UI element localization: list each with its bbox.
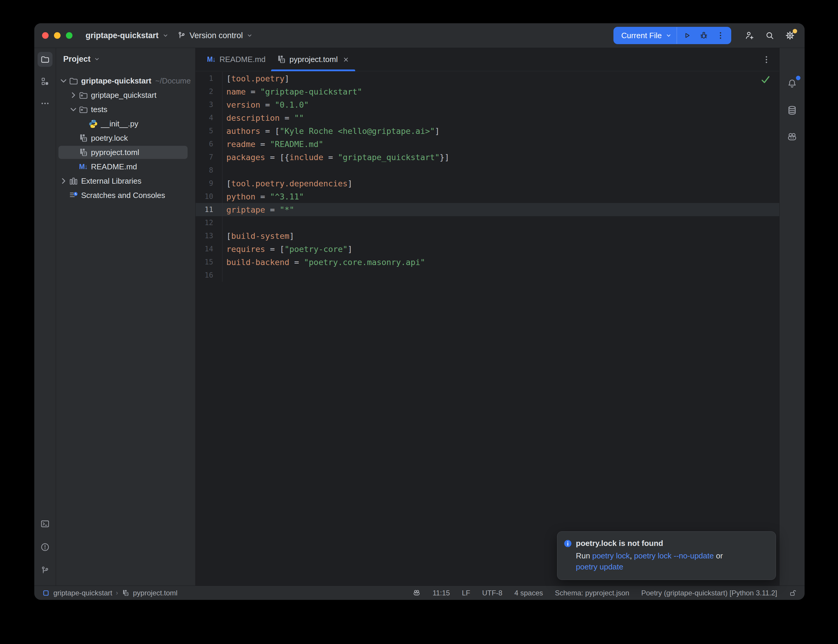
- chevron-down-icon[interactable]: [68, 104, 79, 115]
- tree-row--init-py[interactable]: __init__.py: [56, 117, 196, 131]
- code-line-text[interactable]: readme = "README.md": [222, 138, 323, 151]
- debug-button[interactable]: [695, 27, 712, 44]
- poetry-lock-no-update-link[interactable]: poetry lock --no-update: [634, 551, 714, 560]
- code-line-9[interactable]: 9[tool.poetry.dependencies]: [196, 177, 779, 190]
- code-line-text[interactable]: [222, 164, 226, 177]
- run-config-selector[interactable]: Current File: [621, 31, 662, 40]
- time-widget[interactable]: 11:15: [432, 589, 450, 597]
- database-button[interactable]: [785, 103, 800, 118]
- tree-row-scratches-and-consoles[interactable]: Scratches and Consoles: [56, 188, 196, 202]
- code-line-1[interactable]: 1[tool.poetry]: [196, 72, 779, 85]
- tab-pyproject-toml[interactable]: [T]pyproject.toml: [271, 48, 355, 71]
- close-icon[interactable]: [342, 56, 350, 64]
- code-line-text[interactable]: requires = ["poetry-core"]: [222, 242, 353, 256]
- code-line-12[interactable]: 12: [196, 216, 779, 229]
- tree-row-tests[interactable]: tests: [56, 102, 196, 117]
- line-number[interactable]: 1: [196, 72, 222, 85]
- minimize-window-button[interactable]: [54, 32, 61, 39]
- settings-button[interactable]: [784, 29, 796, 42]
- code-line-14[interactable]: 14requires = ["poetry-core"]: [196, 242, 779, 256]
- tree-row-pyproject-toml[interactable]: [T]pyproject.toml: [56, 145, 196, 159]
- add-user-button[interactable]: [743, 29, 756, 42]
- code-line-text[interactable]: [tool.poetry]: [222, 72, 289, 85]
- code-line-4[interactable]: 4description = "": [196, 111, 779, 124]
- close-window-button[interactable]: [42, 32, 49, 39]
- code-line-text[interactable]: python = "^3.11": [222, 190, 304, 203]
- line-number[interactable]: 6: [196, 138, 222, 151]
- code-line-text[interactable]: build-backend = "poetry.core.masonry.api…: [222, 256, 425, 269]
- line-number[interactable]: 9: [196, 177, 222, 190]
- encoding-widget[interactable]: UTF-8: [482, 589, 503, 597]
- indent-widget[interactable]: 4 spaces: [514, 589, 543, 597]
- interpreter-widget[interactable]: Poetry (griptape-quickstart) [Python 3.1…: [641, 589, 777, 597]
- code-line-8[interactable]: 8: [196, 164, 779, 177]
- search-everywhere-button[interactable]: [764, 29, 776, 42]
- chevron-down-icon[interactable]: [665, 32, 672, 39]
- code-line-text[interactable]: name = "griptape-quickstart": [222, 85, 362, 98]
- tree-row-griptape-quickstart[interactable]: griptape_quickstart: [56, 88, 196, 102]
- code-line-text[interactable]: authors = ["Kyle Roche <hello@griptape.a…: [222, 124, 440, 138]
- notifications-button[interactable]: [785, 76, 800, 91]
- version-control-button[interactable]: [38, 563, 53, 578]
- line-number[interactable]: 8: [196, 164, 222, 177]
- line-number[interactable]: 10: [196, 190, 222, 203]
- code-line-16[interactable]: 16: [196, 269, 779, 282]
- chevron-right-icon[interactable]: [68, 90, 79, 100]
- line-number[interactable]: 15: [196, 256, 222, 269]
- poetry-lock-link[interactable]: poetry lock: [592, 551, 630, 560]
- line-number[interactable]: 2: [196, 85, 222, 98]
- line-number[interactable]: 5: [196, 124, 222, 138]
- code-line-text[interactable]: description = "": [222, 111, 304, 124]
- tree-row-external-libraries[interactable]: External Libraries: [56, 174, 196, 188]
- breadcrumb-project[interactable]: griptape-quickstart: [53, 589, 112, 597]
- tree-row-griptape-quickstart[interactable]: griptape-quickstart~/Docume: [56, 74, 196, 88]
- tree-row-readme-md[interactable]: M↓README.md: [56, 159, 196, 174]
- project-view-button[interactable]: [38, 52, 53, 67]
- line-number[interactable]: 13: [196, 229, 222, 242]
- code-line-11[interactable]: 11griptape = "*": [196, 203, 779, 216]
- code-line-3[interactable]: 3version = "0.1.0": [196, 98, 779, 111]
- more-tool-windows-button[interactable]: [38, 96, 53, 111]
- line-number[interactable]: 11: [196, 203, 222, 216]
- problems-button[interactable]: [38, 540, 53, 555]
- ai-assistant-button[interactable]: [785, 130, 800, 145]
- tab-readme-md[interactable]: M↓README.md: [201, 48, 271, 71]
- zoom-window-button[interactable]: [66, 32, 72, 39]
- schema-widget[interactable]: Schema: pyproject.json: [555, 589, 629, 597]
- line-number[interactable]: 14: [196, 242, 222, 256]
- chevron-down-icon[interactable]: [58, 76, 69, 86]
- code-line-text[interactable]: griptape = "*": [222, 203, 294, 216]
- code-line-13[interactable]: 13[build-system]: [196, 229, 779, 242]
- code-line-7[interactable]: 7packages = [{include = "griptape_quicks…: [196, 151, 779, 164]
- code-line-2[interactable]: 2name = "griptape-quickstart": [196, 85, 779, 98]
- code-line-5[interactable]: 5authors = ["Kyle Roche <hello@griptape.…: [196, 124, 779, 138]
- code-line-15[interactable]: 15build-backend = "poetry.core.masonry.a…: [196, 256, 779, 269]
- project-selector[interactable]: griptape-quickstart: [81, 28, 173, 43]
- vcs-widget[interactable]: Version control: [173, 28, 257, 43]
- line-number[interactable]: 4: [196, 111, 222, 124]
- line-number[interactable]: 7: [196, 151, 222, 164]
- line-number[interactable]: 12: [196, 216, 222, 229]
- project-panel-header[interactable]: Project: [56, 48, 196, 70]
- code-line-text[interactable]: [build-system]: [222, 229, 294, 242]
- line-number[interactable]: 16: [196, 269, 222, 282]
- inspections-ok-icon[interactable]: [760, 74, 771, 85]
- code-line-text[interactable]: packages = [{include = "griptape_quickst…: [222, 151, 449, 164]
- tree-row-poetry-lock[interactable]: [T]poetry.lock: [56, 131, 196, 145]
- code-editor[interactable]: 1[tool.poetry]2name = "griptape-quicksta…: [196, 71, 779, 586]
- run-button[interactable]: [679, 27, 695, 44]
- code-line-10[interactable]: 10python = "^3.11": [196, 190, 779, 203]
- code-line-text[interactable]: version = "0.1.0": [222, 98, 309, 111]
- code-line-text[interactable]: [222, 269, 226, 282]
- breadcrumb-file[interactable]: pyproject.toml: [133, 589, 177, 597]
- poetry-update-link[interactable]: poetry update: [576, 562, 623, 571]
- line-number[interactable]: 3: [196, 98, 222, 111]
- ai-assistant-status-icon[interactable]: [413, 589, 421, 597]
- code-line-text[interactable]: [222, 216, 226, 229]
- terminal-button[interactable]: [38, 516, 53, 531]
- lock-open-icon[interactable]: [789, 589, 797, 597]
- run-more-button[interactable]: [712, 27, 729, 44]
- structure-button[interactable]: [38, 74, 53, 89]
- code-line-6[interactable]: 6readme = "README.md": [196, 138, 779, 151]
- tab-options-icon[interactable]: [761, 54, 772, 65]
